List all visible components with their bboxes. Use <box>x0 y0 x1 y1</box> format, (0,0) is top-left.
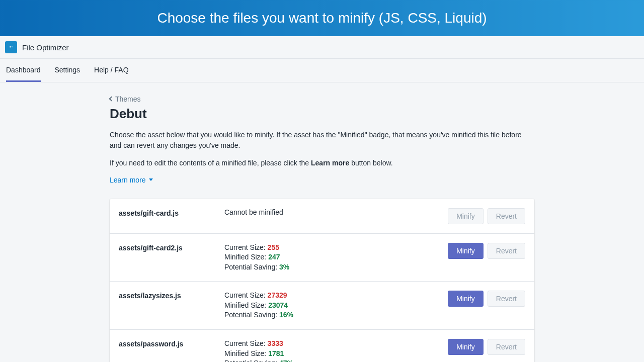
asset-name: assets/gift-card.js <box>119 208 224 217</box>
tab-help-faq[interactable]: Help / FAQ <box>94 59 128 82</box>
revert-button: Revert <box>488 291 525 307</box>
saving-value: 3% <box>279 263 289 271</box>
page-title: Debut <box>110 106 534 122</box>
content: Themes Debut Choose the asset below that… <box>110 82 534 362</box>
assets-card: assets/gift-card.js Cannot be minified M… <box>110 199 534 363</box>
cannot-minify-text: Cannot be minified <box>224 208 283 216</box>
learn-more-label: Learn more <box>110 176 146 184</box>
current-size-value: 27329 <box>268 291 287 299</box>
minify-button[interactable]: Minify <box>448 243 484 259</box>
minify-button[interactable]: Minify <box>448 291 484 307</box>
breadcrumb-back[interactable]: Themes <box>110 95 141 103</box>
asset-name: assets/lazysizes.js <box>119 291 224 300</box>
asset-actions: Minify Revert <box>448 339 525 355</box>
app-icon: ≈ <box>5 41 17 53</box>
banner-title: Choose the files you want to minify (JS,… <box>157 10 487 26</box>
asset-actions: Minify Revert <box>448 208 525 224</box>
caret-down-icon <box>149 178 153 181</box>
asset-info: Current Size: 3333 Minified Size: 1781 P… <box>224 339 448 362</box>
minified-size-value: 247 <box>268 253 280 261</box>
asset-info: Current Size: 255 Minified Size: 247 Pot… <box>224 243 448 273</box>
minified-size-value: 23074 <box>268 301 288 309</box>
saving-value: 47% <box>279 359 293 362</box>
app-bar: ≈ File Optimizer <box>0 36 644 59</box>
asset-row: assets/lazysizes.js Current Size: 27329 … <box>110 282 534 330</box>
tabs: Dashboard Settings Help / FAQ <box>0 59 644 82</box>
asset-name: assets/gift-card2.js <box>119 243 224 252</box>
saving-value: 16% <box>279 311 293 319</box>
tab-settings[interactable]: Settings <box>55 59 80 82</box>
asset-row: assets/gift-card2.js Current Size: 255 M… <box>110 234 534 282</box>
revert-button: Revert <box>488 339 525 355</box>
current-size-value: 255 <box>268 243 279 251</box>
description-2: If you need to edit the contents of a mi… <box>110 158 534 168</box>
minify-button: Minify <box>448 208 484 224</box>
banner: Choose the files you want to minify (JS,… <box>0 0 644 36</box>
minify-button[interactable]: Minify <box>448 339 484 355</box>
asset-info: Cannot be minified <box>224 208 448 216</box>
revert-button: Revert <box>488 243 525 259</box>
current-size-value: 3333 <box>268 339 283 347</box>
chevron-left-icon <box>109 97 114 102</box>
breadcrumb-label: Themes <box>115 95 141 103</box>
asset-actions: Minify Revert <box>448 243 525 259</box>
minified-size-value: 1781 <box>268 349 284 357</box>
learn-more-link[interactable]: Learn more <box>110 176 153 184</box>
asset-row: assets/gift-card.js Cannot be minified M… <box>110 199 534 234</box>
asset-actions: Minify Revert <box>448 291 525 307</box>
asset-name: assets/password.js <box>119 339 224 348</box>
asset-info: Current Size: 27329 Minified Size: 23074… <box>224 291 448 320</box>
tab-dashboard[interactable]: Dashboard <box>6 59 41 82</box>
revert-button: Revert <box>488 208 525 224</box>
app-name: File Optimizer <box>22 43 69 52</box>
description-1: Choose the asset below that you would li… <box>110 130 534 151</box>
asset-row: assets/password.js Current Size: 3333 Mi… <box>110 330 534 362</box>
